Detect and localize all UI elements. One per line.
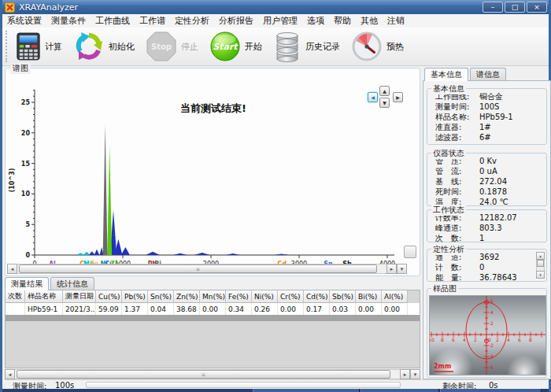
pan-left-button[interactable]: ◀	[368, 92, 378, 102]
scroll-right-button[interactable]: ▸	[400, 369, 410, 379]
y-tick-label: 25	[21, 99, 31, 106]
scroll-dropdown-button[interactable]: ▾	[397, 264, 407, 274]
menu-options[interactable]: 选项	[302, 14, 329, 28]
table-cell[interactable]: 0.34	[226, 303, 252, 315]
preheat-button[interactable]: 预热	[351, 31, 404, 62]
scrollbar-track[interactable]: ≡	[17, 264, 386, 274]
stop-button[interactable]: Stop 停止	[146, 31, 198, 62]
table-selection-strip	[6, 315, 420, 321]
menu-measure-conditions[interactable]: 测量条件	[46, 14, 91, 28]
pan-up-button[interactable]: ▲	[379, 86, 390, 96]
table-cell[interactable]: 0.26	[252, 303, 278, 315]
maximize-button[interactable]: □	[505, 2, 525, 13]
history-button[interactable]: 历史记录	[273, 31, 340, 62]
menu-logout[interactable]: 注销	[383, 14, 409, 28]
table-cell[interactable]: HPb59-1	[25, 303, 63, 315]
info-row: 基 线:272.04	[427, 176, 546, 187]
scroll-up-button[interactable]: ▴	[536, 252, 545, 260]
pan-down-button[interactable]: ▼	[379, 98, 390, 108]
table-cell[interactable]: 0.17	[304, 303, 330, 315]
tab-statistics[interactable]: 统计信息	[50, 277, 94, 290]
menu-analysis-report[interactable]: 分析报告	[214, 14, 258, 28]
peak	[194, 253, 210, 255]
calculate-button[interactable]: 计算	[16, 31, 62, 61]
column-header[interactable]: Zn(%)	[174, 290, 200, 303]
field-label: 峰通道:	[435, 223, 478, 234]
menu-work-curve[interactable]: 工作曲线	[91, 14, 135, 28]
pan-right-button[interactable]: ▶	[393, 92, 403, 102]
column-header[interactable]: Cd(%)	[304, 290, 330, 303]
grip-icon: ≡	[202, 372, 205, 377]
table-cell[interactable]: 1.37	[122, 303, 148, 315]
column-header[interactable]: Sn(%)	[148, 290, 174, 303]
menu-system-settings[interactable]: 系统设置	[2, 14, 46, 28]
title-bar[interactable]: XRAYAnalyzer – □ ×	[2, 0, 549, 14]
column-header[interactable]: Al(%)	[382, 290, 408, 303]
column-header[interactable]: Sb(%)	[330, 290, 356, 303]
qualitative-scrollbar[interactable]: ▴ ▾	[536, 252, 545, 279]
column-header[interactable]: 测量日期	[63, 290, 96, 303]
column-header[interactable]: Fe(%)	[226, 290, 252, 303]
window-title: XRAYAnalyzer	[19, 2, 78, 13]
column-header[interactable]: 样品名称	[25, 290, 63, 303]
group-title: 样品图	[431, 283, 458, 294]
table-cell[interactable]: 0.00	[200, 303, 226, 315]
column-header[interactable]: Cr(%)	[278, 290, 304, 303]
initialize-button[interactable]: 初始化	[73, 31, 135, 62]
results-table: 次数样品名称测量日期Cu(%)Pb(%)Sn(%)Zn(%)Mn(%)Fe(%)…	[5, 290, 420, 368]
field-value: 3692	[479, 253, 499, 261]
field-value: 6#	[479, 133, 491, 142]
table-row[interactable]: HPb59-12021/3...59.091.370.0438.680.000.…	[6, 303, 420, 315]
tab-basic-info[interactable]: 基本信息	[424, 68, 468, 81]
menu-help[interactable]: 帮助	[329, 14, 356, 28]
menu-work-spectrum[interactable]: 工作谱	[135, 14, 170, 28]
scroll-dropdown-button[interactable]: ▾	[410, 369, 420, 379]
instrument-status-rows: 管 压:0 Kv管 流:0 uA基 线:272.04死时间:0.1878温 度:…	[427, 153, 546, 207]
scrollbar-thumb[interactable]: ≡	[17, 370, 390, 379]
table-cell[interactable]: 0.03	[330, 303, 356, 315]
column-header[interactable]: Mn(%)	[200, 290, 226, 303]
column-header[interactable]: Bi(%)	[356, 290, 382, 303]
table-cell[interactable]: 0.00	[382, 303, 408, 315]
field-label: 计 数:	[435, 262, 478, 273]
start-button[interactable]: Start 开始	[209, 31, 262, 62]
y-tick-label: 5	[25, 221, 30, 228]
info-row: 次 数:1	[427, 233, 546, 243]
table-cell[interactable]: 0.04	[148, 303, 174, 315]
table-cell[interactable]: 59.09	[96, 303, 122, 315]
close-button[interactable]: ×	[527, 2, 547, 13]
menu-user-management[interactable]: 用户管理	[258, 14, 302, 28]
scrollbar-track[interactable]: ≡	[15, 369, 400, 379]
column-header[interactable]: Cu(%)	[96, 290, 122, 303]
scroll-left-button[interactable]: ◂	[5, 369, 15, 379]
column-header[interactable]: Pb(%)	[122, 290, 148, 303]
toolbar-drag-handle[interactable]	[6, 31, 9, 62]
field-label: 管 流:	[435, 166, 478, 177]
table-cell[interactable]: 0.00	[278, 303, 304, 315]
test-finished-message: 当前测试结束!	[180, 102, 246, 116]
table-cell[interactable]: 0.00	[356, 303, 382, 315]
table-cell[interactable]: 2021/3...	[63, 303, 96, 315]
spectrum-panel-legend: 谱图	[10, 63, 31, 74]
scrollbar-thumb[interactable]: ≡	[19, 264, 377, 273]
tab-measure-results[interactable]: 测量结果	[5, 277, 49, 290]
refresh-cycle-icon	[73, 31, 105, 62]
scroll-down-button[interactable]: ▾	[536, 271, 545, 279]
scrollbar-thumb[interactable]	[537, 260, 544, 267]
scroll-left-button[interactable]: ◂	[7, 264, 17, 274]
toolbar-button-label: 计算	[45, 41, 62, 53]
menu-other[interactable]: 其他	[356, 14, 383, 28]
menu-qualitative-analysis[interactable]: 定性分析	[170, 14, 214, 28]
field-value: 272.04	[479, 177, 507, 186]
table-cell[interactable]	[6, 303, 25, 315]
minimize-button[interactable]: –	[483, 2, 503, 13]
column-header[interactable]: Ni(%)	[252, 290, 278, 303]
tab-spectrum-info[interactable]: 谱信息	[470, 68, 506, 80]
chart-horizontal-scrollbar[interactable]: ◂ ≡ ▸ ▾	[7, 264, 407, 274]
column-header[interactable]: 次数	[6, 290, 25, 303]
scroll-right-button[interactable]: ▸	[386, 264, 397, 274]
table-cell[interactable]: 38.68	[174, 303, 200, 315]
h-ruler-label: 2	[474, 337, 477, 342]
table-horizontal-scrollbar[interactable]: ◂ ≡ ▸ ▾	[5, 369, 420, 379]
scrollbar-track[interactable]	[536, 260, 545, 271]
